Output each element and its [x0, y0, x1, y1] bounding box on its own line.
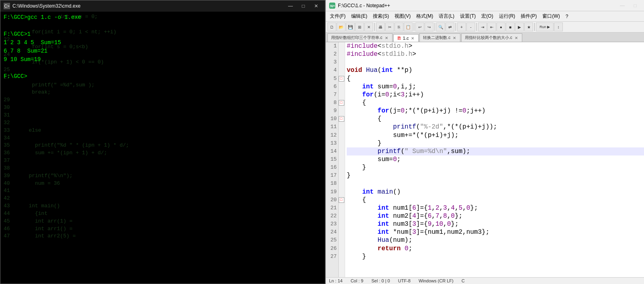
toolbar-new[interactable]: 🗋 — [327, 22, 336, 31]
npp-statusbar: Ln : 14 Col : 9 Sel : 0 | 0 UTF-8 Window… — [326, 277, 644, 284]
code-line-16: } — [347, 163, 644, 172]
npp-toolbar: 🗋 📂 💾 ⊞ ✕ 🖶 ✂ ⎘ 📋 ↩ ↪ 🔍 ⇄ + - ⇥ ⇤ ● ■ ▶ … — [326, 22, 644, 33]
tab-pointer-strings[interactable]: 用指针数组打印三个字符串.c ✕ — [327, 33, 393, 42]
lnum-5: 5 — [327, 75, 337, 83]
lnum-16: 16 — [327, 163, 337, 172]
code-line-10: { — [347, 115, 644, 123]
code-19-int: int — [362, 188, 374, 196]
menu-window[interactable]: 窗口(W) — [540, 12, 562, 20]
fold-10-btn[interactable]: □ — [339, 116, 344, 122]
menu-help[interactable]: ? — [563, 13, 571, 20]
code-11-printf: printf — [393, 123, 416, 131]
toolbar-run[interactable]: Run ▶ — [536, 22, 554, 31]
tab-1c[interactable]: 🖹 1.c ✕ — [393, 34, 419, 42]
fold-20-btn[interactable]: □ — [339, 197, 344, 203]
code-line-6: int sum=0,i,j; — [347, 83, 644, 91]
npp-minimize-button[interactable]: — — [617, 2, 628, 10]
cmd-line-4: 1 2 3 4 5 Sum=15 — [4, 39, 322, 47]
tab-1c-close[interactable]: ✕ — [410, 36, 415, 41]
toolbar-sep-6 — [534, 23, 535, 31]
tab-compare[interactable]: 用指针比较两个数的大小.c ✕ — [461, 33, 522, 42]
toolbar-close[interactable]: ✕ — [364, 22, 373, 31]
menu-plugins[interactable]: 插件(P) — [518, 12, 539, 20]
code-line-14: printf(" Sum=%d\n",sum); — [347, 147, 644, 155]
code-24-int: int — [378, 228, 389, 236]
toolbar-macro-stop[interactable]: ■ — [506, 22, 515, 31]
tab-compare-close[interactable]: ✕ — [514, 35, 519, 40]
toolbar-find[interactable]: 🔍 — [436, 22, 445, 31]
toolbar-zoom-in[interactable]: + — [457, 22, 466, 31]
lnum-8: 8 — [327, 99, 337, 107]
code-1-plain2: > — [409, 42, 413, 50]
tab-1c-label: 1.c — [403, 36, 409, 41]
code-26-return: return — [378, 245, 401, 253]
tab-binary[interactable]: 转换二进制数.c ✕ — [419, 33, 460, 42]
toolbar-macro-rec[interactable]: ● — [497, 22, 505, 31]
fold-27 — [339, 253, 345, 261]
lnum-17: 17 — [327, 172, 337, 180]
fold-15 — [339, 155, 345, 163]
tab-binary-close[interactable]: ✕ — [452, 35, 457, 40]
cmd-window: C> C:\Windows\System32\cmd.exe — □ ✕ int… — [0, 0, 325, 284]
npp-editor[interactable]: 1 2 3 4 5 6 7 8 9 10 11 12 13 14 15 16 1… — [326, 42, 644, 277]
cmd-line-6: 9 10 Sum=19 — [4, 55, 322, 64]
menu-settings[interactable]: 设置(T) — [458, 12, 478, 20]
status-ln: Ln : 14 — [329, 278, 343, 283]
toolbar-save-all[interactable]: ⊞ — [355, 22, 364, 31]
toolbar-save[interactable]: 💾 — [346, 22, 355, 31]
toolbar-cut[interactable]: ✂ — [385, 22, 394, 31]
code-line-15: sum=0; — [347, 155, 644, 163]
fold-9 — [339, 107, 345, 115]
status-lang: C — [462, 278, 465, 283]
toolbar-redo[interactable]: ↪ — [425, 22, 433, 31]
lnum-21: 21 — [327, 204, 337, 212]
cmd-minimize-button[interactable]: — — [285, 2, 296, 10]
fold-5-btn[interactable]: □ — [339, 76, 344, 82]
toolbar-replace[interactable]: ⇄ — [446, 22, 454, 31]
fold-10[interactable]: □ — [339, 115, 345, 123]
cmd-close-button[interactable]: ✕ — [311, 2, 322, 10]
tab-pointer-strings-close[interactable]: ✕ — [384, 35, 389, 40]
menu-macro[interactable]: 宏(O) — [479, 12, 495, 20]
lnum-12: 12 — [327, 131, 337, 139]
toolbar-indent[interactable]: ⇥ — [478, 22, 487, 31]
menu-file[interactable]: 文件(F) — [327, 12, 348, 20]
toolbar-copy[interactable]: ⎘ — [395, 22, 403, 31]
fold-20[interactable]: □ — [339, 196, 345, 204]
line-numbers: 1 2 3 4 5 6 7 8 9 10 11 12 13 14 15 16 1… — [326, 42, 339, 277]
menu-language[interactable]: 语言(L) — [436, 12, 457, 20]
code-line-3 — [347, 58, 644, 66]
fold-5[interactable]: □ — [339, 75, 345, 83]
lnum-20: 20 — [327, 196, 337, 204]
toolbar-macro-play[interactable]: ▶ — [515, 22, 524, 31]
fold-8[interactable]: □ — [339, 99, 345, 107]
npp-menubar: 文件(F) 编辑(E) 搜索(S) 视图(V) 格式(M) 语言(L) 设置(T… — [326, 11, 644, 22]
toolbar-sync[interactable]: ↕ — [554, 22, 563, 31]
fold-26 — [339, 245, 345, 253]
menu-view[interactable]: 视图(V) — [392, 12, 413, 20]
lnum-23: 23 — [327, 220, 337, 228]
cmd-content[interactable]: int sum = 0; for(int i = 0; i < nt; ++i)… — [0, 12, 325, 284]
menu-format[interactable]: 格式(M) — [414, 12, 435, 20]
npp-icon: N+ — [329, 2, 335, 9]
lnum-6: 6 — [327, 83, 337, 91]
menu-run[interactable]: 运行(R) — [497, 12, 518, 20]
toolbar-undo[interactable]: ↩ — [415, 22, 424, 31]
cmd-maximize-button[interactable]: □ — [298, 2, 309, 10]
code-column[interactable]: #include<stdio.h> #include<stdlib.h> voi… — [345, 42, 644, 277]
menu-search[interactable]: 搜索(S) — [370, 12, 391, 20]
tab-pointer-strings-label: 用指针数组打印三个字符串.c — [331, 35, 382, 41]
fold-7 — [339, 91, 345, 99]
fold-8-btn[interactable]: □ — [339, 100, 344, 106]
toolbar-macro-save[interactable]: ★ — [524, 22, 533, 31]
toolbar-sep-5 — [476, 23, 477, 31]
npp-titlebar-left: N+ F:\GCC\1.c - Notepad++ — [329, 2, 390, 9]
toolbar-print[interactable]: 🖶 — [376, 22, 385, 31]
menu-edit[interactable]: 编辑(E) — [349, 12, 370, 20]
toolbar-paste[interactable]: 📋 — [404, 22, 413, 31]
npp-maximize-button[interactable]: □ — [630, 2, 641, 10]
code-line-7: for(i=0;i<3;i++) — [347, 91, 644, 99]
toolbar-zoom-out[interactable]: - — [466, 22, 475, 31]
toolbar-unindent[interactable]: ⇤ — [487, 22, 496, 31]
toolbar-open[interactable]: 📂 — [337, 22, 346, 31]
